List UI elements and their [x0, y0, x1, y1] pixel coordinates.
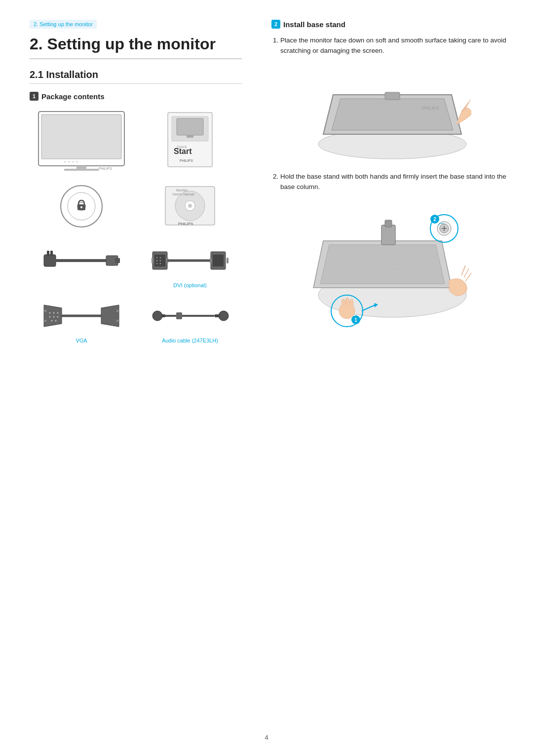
svg-point-48	[53, 312, 55, 314]
svg-text:PHILIPS: PHILIPS	[422, 106, 439, 111]
svg-rect-44	[213, 255, 224, 266]
svg-rect-45	[210, 258, 212, 264]
disc-icon: Monitor User's manual PHILIPS	[160, 182, 220, 231]
svg-point-38	[160, 260, 161, 262]
svg-point-49	[57, 312, 59, 314]
chapter-title: 2. Setting up the monitor	[30, 35, 242, 59]
svg-rect-28	[44, 255, 56, 266]
list-item: DVI (optional)	[138, 241, 242, 288]
svg-point-39	[156, 263, 158, 265]
left-column: 2. Setting up the monitor 2. Setting up …	[0, 0, 257, 756]
svg-point-50	[49, 316, 51, 318]
svg-point-36	[160, 257, 161, 259]
svg-text:User's manual: User's manual	[172, 192, 194, 196]
svg-point-20	[80, 206, 82, 208]
dvi-cable-icon	[151, 241, 229, 280]
monitor-facedown-image: PHILIPS	[271, 65, 513, 164]
svg-rect-63	[176, 312, 182, 319]
svg-point-58	[116, 319, 119, 322]
svg-point-35	[156, 257, 158, 259]
package-contents-label: Package contents	[41, 92, 105, 101]
svg-rect-65	[385, 92, 400, 100]
audio-cable-label: Audio cable (247E3LH)	[162, 338, 218, 343]
badge-2: 2	[271, 20, 280, 29]
svg-rect-41	[152, 258, 153, 264]
base-install-image: PHILIPS 2	[271, 201, 513, 330]
svg-text:Start: Start	[174, 147, 192, 155]
svg-rect-29	[47, 251, 49, 256]
cd-lock-icon	[57, 182, 106, 231]
badge-1: 1	[30, 92, 38, 101]
svg-rect-12	[187, 135, 193, 138]
svg-rect-11	[177, 118, 203, 135]
svg-rect-46	[227, 258, 228, 264]
chapter-number: 2.	[30, 35, 43, 53]
step-2-text: Hold the base stand with both hands and …	[280, 172, 513, 192]
svg-rect-69	[381, 225, 395, 245]
page-number: 4	[0, 734, 533, 741]
svg-point-56	[44, 319, 47, 322]
svg-point-54	[55, 320, 57, 322]
svg-point-61	[219, 311, 228, 321]
chapter-title-text: Setting up the monitor	[47, 35, 216, 53]
power-cable-icon	[42, 241, 121, 280]
list-item	[30, 241, 133, 288]
vga-cable-icon	[42, 296, 121, 336]
right-column: 2 Install base stand Place the monitor f…	[257, 0, 533, 756]
svg-point-47	[49, 312, 51, 314]
svg-point-51	[53, 316, 55, 318]
svg-point-55	[44, 309, 47, 312]
install-step-2: Hold the base stand with both hands and …	[271, 172, 513, 192]
list-item: Quick Start PHILIPS	[138, 108, 242, 174]
svg-point-52	[57, 316, 59, 318]
list-item: PHILIPS	[30, 108, 133, 174]
svg-point-40	[160, 263, 161, 265]
svg-text:PHILIPS: PHILIPS	[180, 159, 193, 162]
svg-point-57	[116, 309, 119, 312]
svg-rect-62	[215, 314, 220, 317]
svg-rect-32	[115, 258, 120, 263]
svg-point-24	[188, 204, 192, 208]
list-item	[30, 182, 133, 233]
monitor-facedown-illustration: PHILIPS	[313, 65, 471, 164]
install-step-1: Place the monitor face down on soft and …	[271, 36, 513, 56]
svg-rect-70	[385, 220, 392, 227]
step-1-text: Place the monitor face down on soft and …	[280, 36, 513, 56]
breadcrumb: 2. Setting up the monitor	[30, 20, 97, 29]
svg-text:1: 1	[354, 317, 357, 323]
svg-text:PHILIPS: PHILIPS	[178, 222, 193, 226]
package-grid: PHILIPS	[30, 108, 242, 343]
package-contents-header: 1 Package contents	[30, 92, 242, 101]
monitor-icon: PHILIPS	[35, 108, 128, 172]
install-base-label: Install base stand	[283, 20, 345, 29]
svg-text:Monitor: Monitor	[176, 189, 188, 192]
svg-rect-30	[50, 251, 53, 256]
svg-text:PHILIPS: PHILIPS	[385, 267, 400, 271]
install-base-header: 2 Install base stand	[271, 20, 513, 29]
svg-text:PHILIPS: PHILIPS	[99, 167, 112, 170]
svg-rect-3	[64, 169, 99, 171]
list-item: VGA	[30, 296, 133, 343]
list-item: Monitor User's manual PHILIPS	[138, 182, 242, 233]
svg-point-59	[152, 311, 162, 321]
svg-rect-1	[41, 114, 121, 159]
audio-cable-icon	[151, 296, 229, 336]
svg-point-37	[156, 260, 158, 262]
base-install-illustration: PHILIPS 2	[308, 201, 476, 330]
svg-text:2: 2	[433, 217, 436, 222]
section-title: 2.1 Installation	[30, 69, 242, 84]
quickstart-icon: Quick Start PHILIPS	[158, 108, 222, 172]
list-item: Audio cable (247E3LH)	[138, 296, 242, 343]
svg-point-53	[51, 320, 53, 322]
vga-label: VGA	[76, 338, 87, 343]
dvi-label: DVI (optional)	[173, 282, 206, 288]
